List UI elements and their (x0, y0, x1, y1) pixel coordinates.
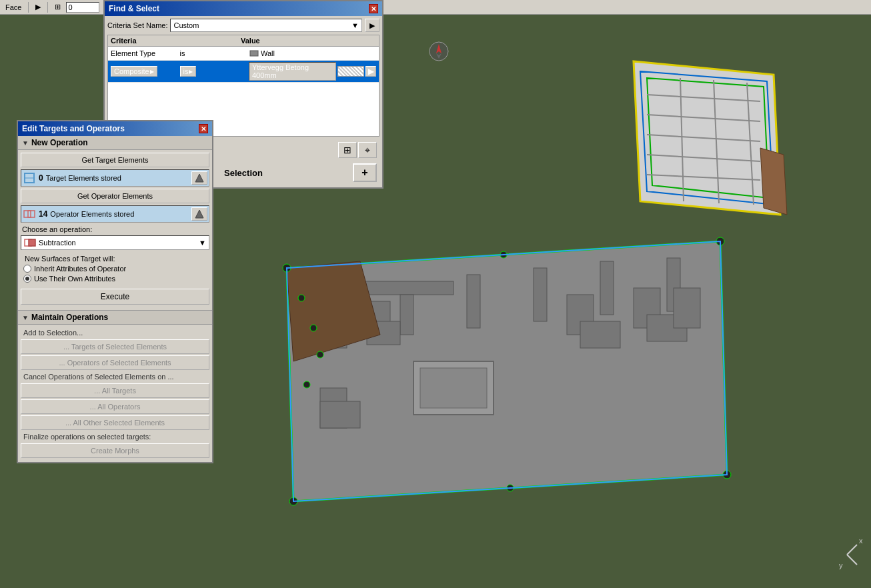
composite-cell: Composite ▶ (108, 65, 177, 78)
face-item[interactable]: Face (3, 3, 24, 12)
edit-targets-close[interactable]: ✕ (199, 124, 208, 133)
find-select-title: Find & Select (109, 4, 159, 13)
svg-rect-11 (420, 368, 487, 408)
new-operation-triangle: ▼ (22, 139, 29, 147)
create-morphs-btn[interactable]: Create Morphs (21, 443, 209, 458)
target-box-icon (23, 172, 35, 184)
cancel-operations-label: Cancel Operations of Selected Elements o… (21, 371, 209, 382)
svg-text:x: x (859, 537, 863, 545)
target-elements-row: 0 Target Elements stored (21, 169, 209, 187)
separator-1 (28, 2, 29, 13)
plus-button[interactable]: + (353, 163, 377, 182)
composite-value-cell: Yttervegg Betong 400mm ▶ (246, 61, 379, 82)
operator-box-icon (23, 208, 35, 220)
composite-dropdown[interactable]: Composite ▶ (111, 66, 157, 77)
attributes-section: New Surfaces of Target will: Inherit Att… (21, 253, 209, 286)
finalize-label: Finalize operations on selected targets: (21, 431, 209, 442)
composite-label: Composite (114, 67, 149, 75)
inherit-radio[interactable] (23, 265, 31, 273)
targets-btn[interactable]: ... Targets of Selected Elements (21, 339, 209, 354)
target-store-icon (194, 173, 205, 183)
target-icon (23, 171, 36, 185)
criteria-set-btn[interactable]: ▶ (365, 19, 379, 32)
target-store-btn[interactable] (191, 171, 207, 185)
svg-rect-6 (467, 275, 480, 328)
wall-icon (249, 48, 259, 59)
element-is-label: is (180, 49, 185, 57)
use-own-radio[interactable] (23, 275, 31, 283)
number-input[interactable] (66, 2, 99, 13)
svg-point-41 (303, 381, 310, 388)
svg-rect-58 (28, 211, 35, 217)
criteria-set-select[interactable]: Custom ▼ (170, 19, 362, 32)
svg-marker-59 (195, 210, 203, 218)
all-operators-btn[interactable]: ... All Operators (21, 399, 209, 414)
get-target-elements-btn[interactable]: Get Target Elements (21, 153, 209, 167)
is-dropdown[interactable]: is ▶ (180, 66, 197, 77)
execute-btn[interactable]: Execute (21, 289, 209, 305)
operator-store-btn[interactable] (191, 207, 207, 221)
separator-2 (47, 2, 48, 13)
svg-rect-8 (600, 261, 614, 315)
element-type-label: Element Type (111, 49, 155, 57)
svg-text:y: y (839, 561, 843, 569)
all-targets-btn[interactable]: ... All Targets (21, 383, 209, 398)
target-count: 0 (39, 173, 43, 183)
svg-rect-13 (580, 321, 620, 348)
criteria-set-value: Custom (173, 21, 199, 29)
maintain-triangle: ▼ (22, 314, 29, 321)
cursor-icon-btn[interactable]: ⌖ (358, 142, 377, 158)
use-own-label: Use Their Own Attributes (34, 275, 115, 283)
svg-rect-53 (250, 51, 258, 56)
target-stored-label: Target Elements stored (46, 174, 189, 182)
svg-rect-5 (400, 295, 413, 335)
criteria-set-name-label: Criteria Set Name: (107, 21, 167, 29)
get-operator-elements-btn[interactable]: Get Operator Elements (21, 189, 209, 203)
operation-select[interactable]: Subtraction ▼ (21, 235, 209, 250)
icon-btn-group-right: ⊞ ⌖ (338, 142, 377, 158)
inherit-label: Inherit Attributes of Operator (34, 265, 126, 273)
new-operation-content: Get Target Elements 0 Target Elements st… (18, 150, 212, 310)
criteria-row-element-type[interactable]: Element Type is Wall (108, 47, 379, 61)
new-surfaces-label-row: New Surfaces of Target will: (23, 254, 207, 263)
face-label: Face (5, 3, 21, 11)
is-arrow-icon: ▶ (189, 69, 193, 75)
find-select-close[interactable]: ✕ (369, 4, 378, 13)
new-operation-header: ▼ New Operation (18, 136, 212, 150)
criteria-set-row: Criteria Set Name: Custom ▼ ▶ (107, 19, 379, 32)
svg-point-44 (298, 295, 305, 301)
svg-rect-57 (24, 211, 31, 217)
svg-rect-61 (29, 239, 35, 246)
criteria-row-composite[interactable]: Composite ▶ is ▶ Yttervegg Betong 400mm … (108, 61, 379, 83)
maintain-operations-label: Maintain Operations (31, 313, 108, 322)
operators-btn[interactable]: ... Operators of Selected Elements (21, 355, 209, 370)
all-other-btn[interactable]: ... All Other Selected Elements (21, 415, 209, 430)
operator-stored-label: Operator Elements stored (50, 210, 189, 218)
select-icon-btn[interactable]: ⊞ (338, 142, 357, 158)
arrow-icon[interactable]: ▶ (33, 2, 43, 12)
new-surfaces-label: New Surfaces of Target will: (25, 255, 115, 263)
subtraction-icon (24, 237, 36, 249)
svg-point-43 (310, 325, 317, 331)
operator-store-icon (194, 209, 205, 219)
svg-rect-18 (320, 401, 360, 428)
criteria-plus-btn[interactable]: ▶ (365, 66, 376, 77)
maintain-operations-header: ▼ Maintain Operations (18, 311, 212, 325)
composite-is-label: is (183, 67, 189, 75)
criteria-col-criteria: Criteria (108, 35, 238, 46)
svg-rect-16 (674, 288, 700, 328)
add-to-selection-label: Add to Selection... (21, 327, 209, 338)
composite-value-text: Yttervegg Betong 400mm (249, 62, 336, 81)
operation-dropdown-icon: ▼ (199, 239, 206, 247)
operator-elements-row: 14 Operator Elements stored (21, 205, 209, 223)
inherit-radio-row: Inherit Attributes of Operator (23, 265, 207, 273)
grid-icon[interactable]: ⊞ (52, 2, 63, 12)
texture-btn[interactable] (337, 66, 364, 77)
element-type-cell: Element Type (108, 48, 177, 59)
new-operation-label: New Operation (31, 138, 88, 147)
element-is-cell: is (177, 48, 247, 59)
composite-arrow-icon: ▶ (150, 69, 154, 75)
element-value-cell: Wall (246, 47, 379, 60)
svg-rect-7 (534, 268, 547, 321)
criteria-header: Criteria Value (108, 35, 379, 47)
